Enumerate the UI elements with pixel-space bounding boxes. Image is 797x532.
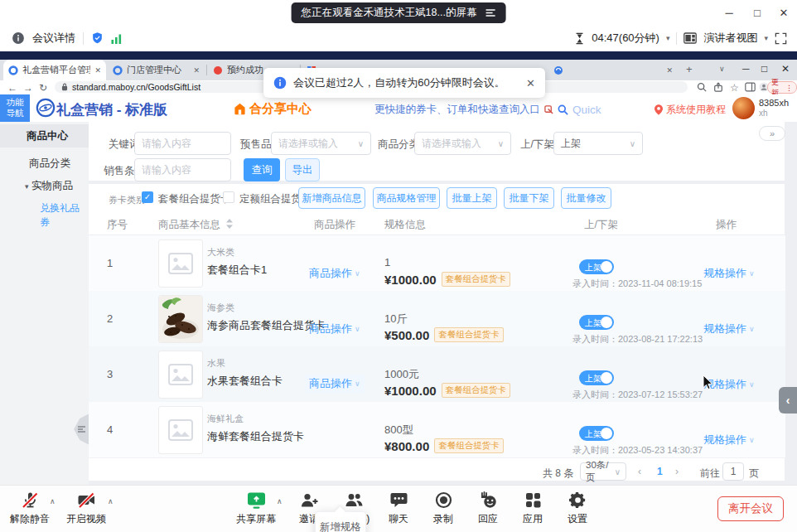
sidebar-item-category[interactable]: 商品分类 [29,157,70,171]
entry-time: 录入时间：2023-11-04 08:19:15 [572,278,702,290]
tab-close-icon[interactable]: ✕ [94,66,101,75]
function-nav-button[interactable]: 功能 导航 [0,94,30,122]
browser-minimize-icon[interactable]: ─ [742,63,750,75]
meeting-detail-link[interactable]: 会议详情 [32,31,75,46]
goods-op-label: 商品操作 [309,376,352,391]
prev-page-icon[interactable]: ‹ [638,466,641,477]
browser-reload-icon[interactable]: ↻ [39,80,47,94]
goods-op-link-open[interactable]: 商品操作∨ [305,375,365,393]
share-options-caret[interactable]: ∧ [277,497,283,505]
unmute-button[interactable]: 解除静音 [3,491,56,526]
batch-edit-button[interactable]: 批量修改 [561,187,611,209]
share-screen-button[interactable]: 共享屏幕 [229,491,283,526]
tab-close-icon[interactable]: ✕ [193,66,200,75]
mic-options-caret[interactable]: ∧ [50,497,56,505]
quick-entry[interactable]: 更快捷的券卡、订单和快递查询入口 Quick [374,103,601,117]
add-goods-button[interactable]: 新增商品信息 [298,187,365,209]
checkbox-combo-label[interactable]: 套餐组合提货卡 [158,192,231,206]
spec-manage-button[interactable]: 商品规格管理 [373,187,440,209]
spec-op-link[interactable]: 规格操作∨ [703,322,755,336]
close-icon: ✕ [780,7,789,19]
price-value: 1000.00 [391,384,436,398]
side-panel-icon[interactable] [745,82,756,92]
timer-caret-icon[interactable]: ▾ [666,34,670,42]
sidebar-item-gift-voucher[interactable]: 兑换礼品券 [40,201,89,230]
checkbox-combo-card[interactable]: ✓ [142,191,153,203]
view-mode-selector[interactable]: 演讲者视图 [703,31,757,46]
reaction-icon [479,491,498,510]
minimize-button[interactable]: ─ [717,0,741,25]
pagination-total: 共 8 条 [543,467,573,481]
category-select[interactable]: 请选择或输入∨ [414,132,511,155]
goto-page-input[interactable] [722,462,744,481]
browser-maximize-icon[interactable]: □ [761,63,767,75]
close-button[interactable]: ✕ [772,0,795,25]
browser-close-icon[interactable]: ✕ [781,63,790,75]
chevron-down-icon: ∨ [749,380,755,389]
shelf-toggle[interactable]: 上架 [579,259,614,274]
shelf-toggle[interactable]: 上架 [579,370,614,385]
time-value: 2023-07-12 15:53:27 [618,389,703,399]
sort-icon[interactable] [226,219,233,229]
settings-button[interactable]: 设置 [551,491,604,526]
security-shield-icon[interactable] [91,31,104,45]
sidebar-item-physical-goods[interactable]: ▾ 实物商品 [25,179,73,193]
share-center-link[interactable]: 合分享中心 [234,101,312,117]
current-page[interactable]: 1 [657,466,663,477]
keyword-input[interactable] [134,132,231,155]
lock-icon [61,83,68,91]
goods-name: 套餐组合卡1 [207,263,267,278]
browser-back-icon[interactable]: ← [7,80,17,94]
select-caret-icon: ∨ [630,139,635,148]
zoom-icon[interactable] [697,82,707,92]
share-icon[interactable] [713,82,723,92]
brand-select[interactable]: 请选择或输入∨ [271,132,371,155]
batch-on-button[interactable]: 批量上架 [447,187,497,209]
goods-op-link[interactable]: 商品操作∨ [309,322,360,336]
view-caret-icon[interactable]: ▾ [764,34,768,42]
new-tab-icon[interactable]: + [686,63,693,75]
search-button[interactable]: 查询 [244,158,280,181]
goods-op-link[interactable]: 商品操作∨ [309,266,360,281]
shelf-select[interactable]: 上架∨ [553,132,643,155]
browser-forward-icon[interactable]: → [23,80,33,94]
shelf-toggle[interactable]: 上架 [579,315,614,330]
filter-collapse-button[interactable]: » [759,126,785,141]
network-signal-icon[interactable] [111,33,122,44]
start-video-button[interactable]: 开启视频 [60,491,113,526]
tab-close-icon[interactable]: ✕ [666,66,673,75]
right-panel-toggle[interactable]: ‹ [779,387,797,414]
page-size-select[interactable]: 30条/页∨ [580,462,626,481]
browser-tab-5[interactable]: ✕ [548,60,678,80]
currency: ¥ [384,439,391,453]
spec-price: ¥500.00套餐组合提货卡 [384,327,504,342]
user-avatar[interactable] [732,97,755,119]
leave-meeting-button[interactable]: 离开会议 [717,496,784,521]
banner-menu-icon[interactable] [485,8,495,17]
spec-op-label: 规格操作 [703,433,746,447]
maximize-button[interactable]: □ [746,0,769,25]
toast-close-icon[interactable]: ✕ [526,77,535,89]
browser-tab-2[interactable]: 门店管理中心 ✕ [108,60,205,80]
members-icon [345,491,364,510]
browser-tab-1[interactable]: 礼盒营销平台管理中心 ✕ [3,60,106,80]
batch-off-button[interactable]: 批量下架 [504,187,554,209]
next-page-icon[interactable]: › [675,466,679,477]
toggle-knob [601,372,612,384]
spec-op-link[interactable]: 规格操作∨ [703,433,755,447]
barcode-input[interactable] [134,158,231,181]
time-value: 2023-05-23 14:30:37 [618,445,703,455]
shelf-toggle[interactable]: 上架 [579,426,614,441]
tab-search-icon[interactable]: ∨ [719,65,725,73]
browser-update-button[interactable]: 更新 ⋮ [767,81,797,94]
menu-item-add-spec[interactable]: 新增规格 [316,517,365,532]
video-options-caret[interactable]: ∧ [108,497,114,505]
watching-banner-text: 您正在观看金禾通技术王斌18...的屏幕 [302,6,477,20]
checkbox-fixed-card[interactable] [223,191,234,203]
tutorial-link[interactable]: 系统使用教程 [655,103,726,117]
bookmark-star-icon[interactable]: ☆ [730,80,739,94]
spec-op-link[interactable]: 规格操作∨ [703,266,755,281]
export-button[interactable]: 导出 [285,158,320,181]
meeting-toolbar: 解除静音 ∧ 开启视频 ∧ 共享屏幕 ∧ 邀请 成员(4) 聊天 录制 [0,485,797,532]
fullscreen-icon[interactable] [775,32,787,45]
